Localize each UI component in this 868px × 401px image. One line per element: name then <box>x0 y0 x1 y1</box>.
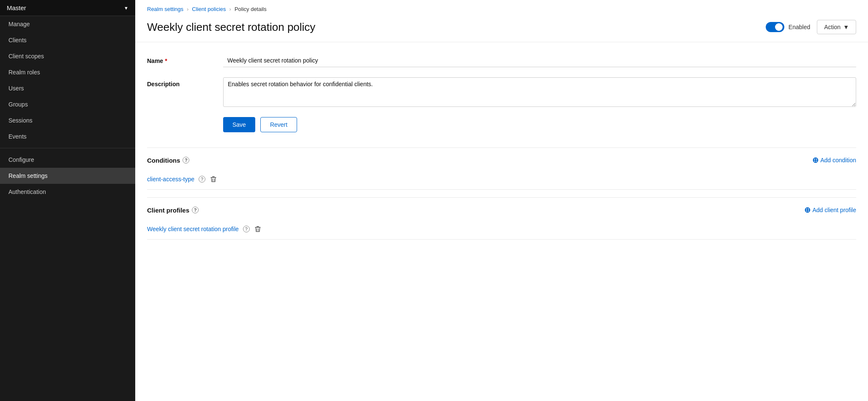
condition-client-access-type-link[interactable]: client-access-type <box>147 176 194 183</box>
enabled-label: Enabled <box>789 24 810 30</box>
name-field-row: Name * <box>147 54 856 67</box>
client-profile-help-icon[interactable]: ? <box>243 226 250 232</box>
name-label: Name * <box>147 54 223 64</box>
client-profile-delete-button[interactable] <box>254 225 262 233</box>
sidebar-item-realm-settings[interactable]: Realm settings <box>0 168 135 184</box>
sidebar-item-users[interactable]: Users <box>0 80 135 96</box>
sidebar-item-label: Configure <box>8 156 34 163</box>
client-profiles-section-header: Client profiles ? ⊕ Add client profile <box>147 197 856 219</box>
conditions-section-header: Conditions ? ⊕ Add condition <box>147 147 856 169</box>
breadcrumb-current: Policy details <box>235 6 267 12</box>
add-client-profile-link[interactable]: ⊕ Add client profile <box>804 205 856 215</box>
enabled-toggle[interactable] <box>766 22 784 32</box>
description-field-row: Description <box>147 77 856 107</box>
sidebar: Master ▼ Manage Clients Client scopes Re… <box>0 0 135 401</box>
add-client-profile-label: Add client profile <box>812 207 856 213</box>
realm-title: Master <box>7 4 26 11</box>
sidebar-item-configure[interactable]: Configure <box>0 152 135 168</box>
sidebar-item-label: Client scopes <box>8 53 44 60</box>
sidebar-item-manage[interactable]: Manage <box>0 16 135 32</box>
breadcrumb-client-policies[interactable]: Client policies <box>192 6 226 12</box>
conditions-title: Conditions ? <box>147 157 189 164</box>
condition-row: client-access-type ? <box>147 169 856 190</box>
sidebar-item-label: Sessions <box>8 117 33 124</box>
sidebar-item-events[interactable]: Events <box>0 128 135 145</box>
sidebar-item-label: Groups <box>8 101 28 108</box>
sidebar-item-label: Realm roles <box>8 69 40 76</box>
name-input[interactable] <box>223 54 856 67</box>
client-profiles-help-icon[interactable]: ? <box>192 207 199 213</box>
sidebar-item-client-scopes[interactable]: Client scopes <box>0 48 135 64</box>
action-dropdown-icon: ▼ <box>843 24 849 30</box>
save-button[interactable]: Save <box>223 117 255 132</box>
sidebar-item-label: Users <box>8 85 24 92</box>
add-condition-label: Add condition <box>820 157 856 164</box>
revert-button[interactable]: Revert <box>260 117 297 132</box>
sidebar-item-label: Clients <box>8 37 27 44</box>
required-star: * <box>165 57 167 64</box>
condition-delete-button[interactable] <box>210 175 217 183</box>
breadcrumb-sep-1: › <box>187 6 188 12</box>
sidebar-item-sessions[interactable]: Sessions <box>0 112 135 128</box>
sidebar-item-label: Realm settings <box>8 172 48 179</box>
action-label: Action <box>824 24 841 30</box>
sidebar-item-clients[interactable]: Clients <box>0 32 135 48</box>
client-profiles-title: Client profiles ? <box>147 207 199 214</box>
sidebar-item-groups[interactable]: Groups <box>0 96 135 112</box>
client-profile-row: Weekly client secret rotation profile ? <box>147 219 856 240</box>
breadcrumb-realm-settings[interactable]: Realm settings <box>147 6 183 12</box>
realm-dropdown-icon: ▼ <box>124 5 128 11</box>
client-profile-link[interactable]: Weekly client secret rotation profile <box>147 226 239 232</box>
enabled-toggle-wrapper: Enabled <box>766 22 810 32</box>
breadcrumb-sep-2: › <box>229 6 231 12</box>
sidebar-item-realm-roles[interactable]: Realm roles <box>0 64 135 80</box>
action-button[interactable]: Action ▼ <box>817 20 856 34</box>
add-condition-plus-icon: ⊕ <box>812 155 819 165</box>
add-client-profile-plus-icon: ⊕ <box>804 205 811 215</box>
trash-icon <box>255 226 261 232</box>
toggle-thumb <box>775 23 783 31</box>
sidebar-item-label: Authentication <box>8 188 46 195</box>
trash-icon <box>210 176 216 183</box>
description-input[interactable] <box>223 77 856 107</box>
description-label: Description <box>147 77 223 87</box>
form-buttons: Save Revert <box>223 117 856 132</box>
breadcrumb: Realm settings › Client policies › Polic… <box>135 0 868 16</box>
content-area: Name * Description Save Revert Condition… <box>135 42 868 401</box>
page-title: Weekly client secret rotation policy <box>147 21 315 34</box>
add-condition-link[interactable]: ⊕ Add condition <box>812 155 856 165</box>
condition-help-icon[interactable]: ? <box>199 176 205 183</box>
page-header: Weekly client secret rotation policy Ena… <box>135 16 868 42</box>
main-content: Realm settings › Client policies › Polic… <box>135 0 868 401</box>
sidebar-item-label: Manage <box>8 21 30 27</box>
conditions-help-icon[interactable]: ? <box>183 157 189 164</box>
realm-selector[interactable]: Master ▼ <box>0 0 135 16</box>
sidebar-item-label: Events <box>8 133 27 140</box>
sidebar-item-authentication[interactable]: Authentication <box>0 184 135 200</box>
header-actions: Enabled Action ▼ <box>766 20 856 34</box>
